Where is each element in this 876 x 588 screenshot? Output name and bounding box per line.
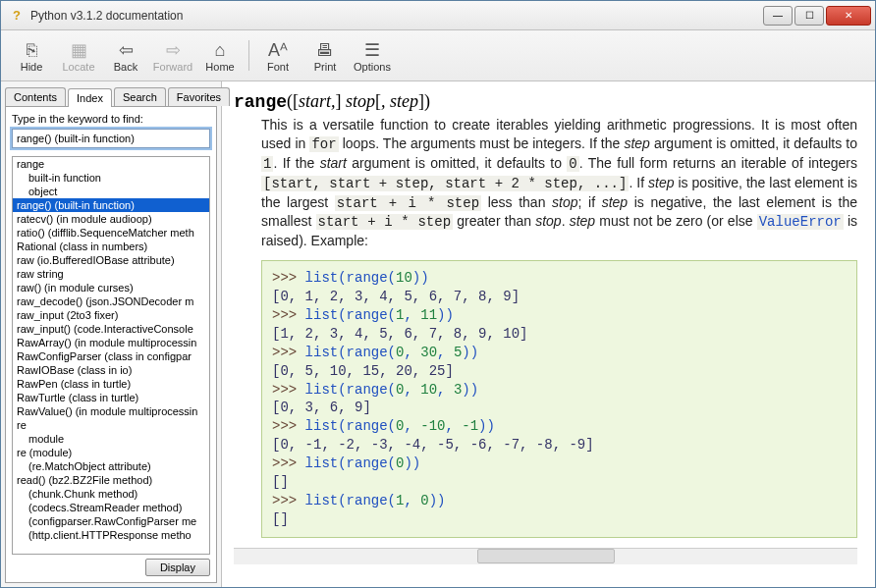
index-item[interactable]: module bbox=[13, 432, 209, 446]
index-item[interactable]: Rational (class in numbers) bbox=[13, 240, 209, 253]
index-item[interactable]: raw (io.BufferedIOBase attribute) bbox=[13, 253, 209, 267]
index-item[interactable]: (chunk.Chunk method) bbox=[13, 487, 209, 501]
content-pane[interactable]: range([start,] stop[, step]) This is a v… bbox=[222, 81, 875, 587]
options-icon: ☰ bbox=[364, 39, 380, 61]
tab-favorites[interactable]: Favorites bbox=[168, 87, 230, 106]
display-row: Display bbox=[12, 555, 210, 576]
index-item[interactable]: raw string bbox=[13, 267, 209, 281]
minimize-button[interactable]: — bbox=[763, 6, 793, 26]
index-item[interactable]: range() (built-in function) bbox=[13, 198, 209, 212]
index-item[interactable]: (http.client.HTTPResponse metho bbox=[13, 528, 209, 542]
doc-body: range([start,] stop[, step]) This is a v… bbox=[234, 91, 857, 538]
valueerror-link[interactable]: ValueError bbox=[757, 214, 844, 230]
index-item[interactable]: RawValue() (in module multiprocessin bbox=[13, 404, 209, 418]
index-item[interactable]: raw_input (2to3 fixer) bbox=[13, 308, 209, 322]
index-item[interactable]: raw_input() (code.InteractiveConsole bbox=[13, 322, 209, 336]
toolbar: ⎘Hide ▦Locate ⇦Back ⇨Forward ⌂Home AᴬFon… bbox=[1, 30, 875, 81]
index-item[interactable]: RawArray() (in module multiprocessin bbox=[13, 336, 209, 349]
font-icon: Aᴬ bbox=[268, 39, 288, 61]
index-item[interactable]: RawIOBase (class in io) bbox=[13, 363, 209, 377]
close-button[interactable]: ✕ bbox=[826, 6, 871, 26]
index-item[interactable]: RawConfigParser (class in configpar bbox=[13, 349, 209, 363]
index-item[interactable]: range bbox=[13, 157, 209, 171]
index-list[interactable]: rangebuilt-in functionobjectrange() (bui… bbox=[12, 156, 210, 555]
index-panel: Type in the keyword to find: rangebuilt-… bbox=[5, 106, 217, 583]
function-heading: range([start,] stop[, step]) bbox=[234, 91, 857, 112]
func-name: range bbox=[234, 92, 287, 112]
forward-button: ⇨Forward bbox=[150, 34, 195, 77]
window-title: Python v3.1.2 documentation bbox=[30, 9, 761, 23]
tab-contents[interactable]: Contents bbox=[5, 87, 66, 106]
index-item[interactable]: read() (bz2.BZ2File method) bbox=[13, 473, 209, 487]
index-item[interactable]: re (module) bbox=[13, 446, 209, 459]
sidebar: Contents Index Search Favorites Type in … bbox=[1, 81, 222, 587]
window-controls: — ☐ ✕ bbox=[761, 6, 871, 26]
back-button[interactable]: ⇦Back bbox=[103, 34, 148, 77]
hide-icon: ⎘ bbox=[27, 39, 37, 61]
index-item[interactable]: raw() (in module curses) bbox=[13, 281, 209, 294]
index-item[interactable]: ratio() (difflib.SequenceMatcher meth bbox=[13, 226, 209, 240]
index-item[interactable]: (codecs.StreamReader method) bbox=[13, 501, 209, 514]
back-icon: ⇦ bbox=[119, 39, 134, 61]
app-icon: ? bbox=[9, 8, 25, 24]
example-code-block: >>> list(range(10)) [0, 1, 2, 3, 4, 5, 6… bbox=[261, 260, 857, 537]
titlebar: ? Python v3.1.2 documentation — ☐ ✕ bbox=[1, 1, 875, 30]
index-item[interactable]: built-in function bbox=[13, 171, 209, 185]
index-item[interactable]: RawTurtle (class in turtle) bbox=[13, 391, 209, 404]
print-icon: 🖶 bbox=[316, 39, 334, 61]
index-item[interactable]: re bbox=[13, 418, 209, 432]
print-button[interactable]: 🖶Print bbox=[302, 34, 348, 77]
home-icon: ⌂ bbox=[215, 39, 226, 61]
locate-button: ▦Locate bbox=[56, 34, 101, 77]
body: Contents Index Search Favorites Type in … bbox=[1, 81, 875, 587]
locate-icon: ▦ bbox=[71, 39, 87, 61]
index-search-input[interactable] bbox=[12, 129, 210, 148]
tab-search[interactable]: Search bbox=[114, 87, 166, 106]
scrollbar-thumb[interactable] bbox=[477, 549, 615, 563]
index-item[interactable]: (re.MatchObject attribute) bbox=[13, 459, 209, 473]
search-label: Type in the keyword to find: bbox=[12, 113, 210, 125]
index-item[interactable]: ratecv() (in module audioop) bbox=[13, 212, 209, 226]
sidebar-tabs: Contents Index Search Favorites bbox=[1, 81, 221, 106]
toolbar-separator bbox=[248, 40, 249, 71]
horizontal-scrollbar[interactable] bbox=[234, 548, 857, 564]
font-button[interactable]: AᴬFont bbox=[255, 34, 301, 77]
forward-icon: ⇨ bbox=[166, 39, 181, 61]
app-window: ? Python v3.1.2 documentation — ☐ ✕ ⎘Hid… bbox=[0, 0, 876, 588]
maximize-button[interactable]: ☐ bbox=[794, 6, 824, 26]
description-paragraph: This is a versatile function to create i… bbox=[261, 116, 857, 250]
tab-index[interactable]: Index bbox=[68, 88, 112, 107]
hide-button[interactable]: ⎘Hide bbox=[9, 34, 54, 77]
display-button[interactable]: Display bbox=[145, 559, 210, 576]
home-button[interactable]: ⌂Home bbox=[197, 34, 243, 77]
index-item[interactable]: raw_decode() (json.JSONDecoder m bbox=[13, 294, 209, 308]
func-sig: ([start,] stop[, step]) bbox=[287, 91, 430, 111]
index-item[interactable]: object bbox=[13, 185, 209, 198]
index-item[interactable]: (configparser.RawConfigParser me bbox=[13, 514, 209, 528]
options-button[interactable]: ☰Options bbox=[350, 34, 395, 77]
index-item[interactable]: RawPen (class in turtle) bbox=[13, 377, 209, 391]
